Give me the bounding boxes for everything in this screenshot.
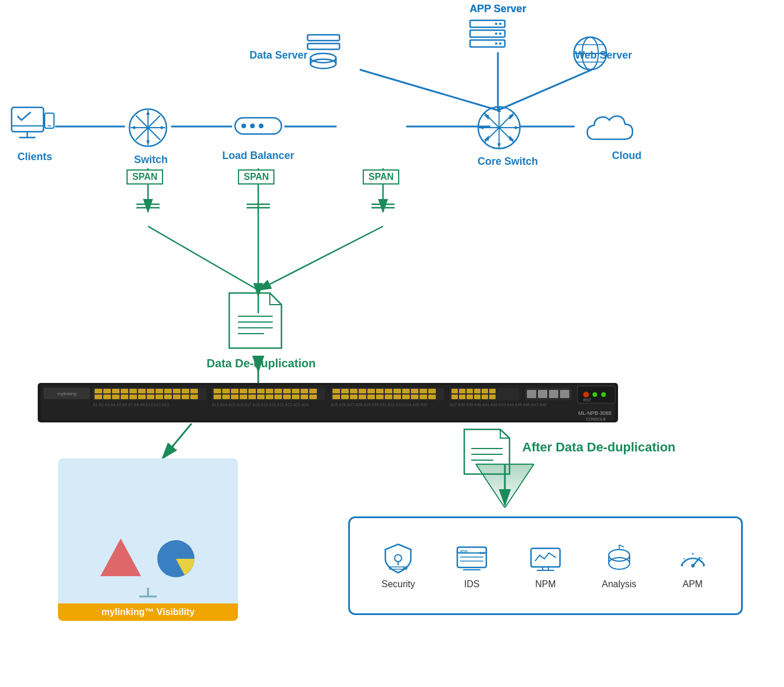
svg-rect-102 [182,389,189,393]
svg-rect-145 [359,389,366,393]
svg-rect-155 [341,395,349,399]
svg-rect-109 [138,395,146,399]
switch-label: Switch [128,154,174,166]
tool-npm: NPM [528,543,563,590]
svg-text:CONSOLE: CONSOLE [586,417,606,421]
svg-rect-136 [274,395,282,399]
app-server-text: APP Server [444,3,552,15]
svg-text:mylinking: mylinking [57,391,76,396]
svg-marker-77 [479,126,483,129]
svg-text:RST: RST [583,398,592,402]
svg-point-212 [482,552,485,554]
svg-line-226 [619,545,624,547]
svg-rect-114 [182,395,189,399]
cloud-label: Cloud [606,150,647,162]
svg-rect-111 [156,395,163,399]
svg-rect-182 [549,390,558,398]
svg-rect-52 [12,107,44,132]
tool-security: Security [381,543,416,590]
svg-point-46 [310,59,336,68]
svg-rect-130 [222,395,230,399]
svg-point-233 [691,564,695,567]
svg-rect-163 [411,395,418,399]
svg-marker-76 [497,143,501,148]
visibility-label: mylinking™ Visibility [58,603,238,621]
svg-rect-171 [482,389,488,393]
svg-rect-158 [367,395,375,399]
svg-rect-99 [156,389,163,393]
svg-rect-92 [95,389,102,393]
svg-rect-156 [350,395,357,399]
svg-rect-123 [266,389,273,393]
tool-ids: IDS IDS [454,543,489,590]
svg-rect-41 [308,35,339,41]
svg-marker-75 [497,107,501,112]
svg-rect-173 [451,395,458,399]
svg-point-224 [609,549,630,561]
svg-rect-153 [428,389,436,393]
svg-rect-134 [257,395,265,399]
svg-rect-138 [292,395,299,399]
svg-rect-133 [248,395,256,399]
svg-rect-181 [538,390,547,398]
load-balancer-icon [232,109,284,146]
after-dedup-label: After Data De-duplication [522,440,720,455]
svg-rect-148 [385,389,392,393]
after-dedup-icon [458,426,516,481]
svg-rect-94 [112,389,120,393]
svg-rect-160 [385,395,392,399]
npm-label: NPM [535,579,556,590]
svg-rect-174 [459,395,465,399]
load-balancer-label: Load Balancer [218,150,299,162]
svg-rect-164 [420,395,427,399]
svg-rect-120 [240,389,247,393]
span-label-coreswitch: SPAN [363,169,399,185]
svg-text:A13  A14  A15  A16  A17  A18  : A13 A14 A15 A16 A17 A18 A19 A20 A21 A22 … [212,403,309,407]
svg-rect-104 [95,395,102,399]
svg-rect-110 [147,395,154,399]
svg-rect-128 [309,389,317,393]
svg-rect-121 [248,389,256,393]
diagram-container: APP Server Data Server Web Server [0,0,784,687]
svg-rect-119 [231,389,239,393]
svg-rect-105 [103,395,111,399]
svg-rect-115 [190,395,198,399]
svg-rect-183 [560,390,569,398]
security-label: Security [381,579,415,590]
svg-point-67 [241,124,246,128]
span-label-loadbalancer: SPAN [238,169,274,185]
apm-label: APM [682,579,703,590]
svg-rect-146 [367,389,375,393]
svg-rect-131 [231,395,239,399]
svg-marker-78 [515,126,519,129]
svg-rect-97 [138,389,146,393]
svg-point-36 [495,32,497,35]
svg-rect-175 [467,395,473,399]
clients-label: Clients [9,151,61,163]
visibility-box: mylinking™ Visibility [58,458,238,621]
svg-rect-93 [103,389,111,393]
svg-point-185 [583,392,589,397]
rack-device: mylinking [38,383,618,422]
svg-rect-177 [482,395,488,399]
svg-rect-95 [121,389,128,393]
svg-rect-122 [257,389,265,393]
svg-point-205 [403,567,405,569]
svg-point-187 [601,392,606,397]
svg-point-186 [592,392,597,397]
svg-line-22 [258,226,383,290]
svg-rect-113 [173,395,180,399]
svg-rect-147 [376,389,384,393]
svg-rect-176 [474,395,480,399]
svg-text:A25  A26  A27  A28  A29  A30  : A25 A26 A27 A28 A29 A30 A31 A32 A33 A34 … [331,403,428,407]
svg-rect-140 [309,395,317,399]
tools-box: Security IDS IDS [348,516,743,615]
svg-rect-180 [527,390,536,398]
svg-marker-195 [100,538,141,576]
svg-rect-139 [301,395,308,399]
svg-point-40 [499,42,501,45]
svg-rect-149 [393,389,401,393]
visibility-icons-area [86,524,211,588]
svg-rect-101 [173,389,180,393]
svg-line-25 [162,424,192,458]
